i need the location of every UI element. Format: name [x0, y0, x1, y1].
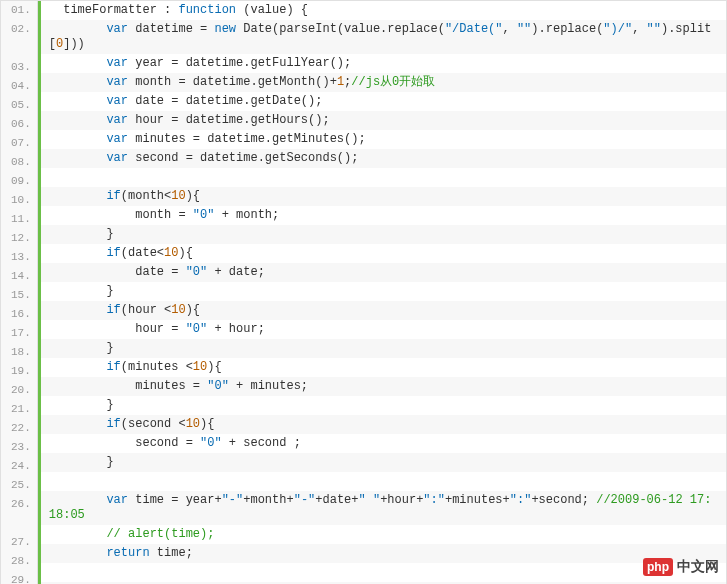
token-plain: hour = datetime.getHours(); — [128, 113, 330, 127]
line-number: 22. — [1, 419, 37, 438]
line-number: 08. — [1, 153, 37, 172]
line-number: 06. — [1, 115, 37, 134]
token-kw: if — [106, 246, 120, 260]
token-plain: } — [49, 284, 114, 298]
token-plain: (minutes < — [121, 360, 193, 374]
line-number: 19. — [1, 362, 37, 381]
code-line: var minutes = datetime.getMinutes(); — [41, 130, 726, 149]
token-kw: new — [214, 22, 236, 36]
token-num: 1 — [337, 75, 344, 89]
token-plain: second = datetime.getSeconds(); — [128, 151, 358, 165]
token-plain — [49, 56, 107, 70]
line-number-gutter: 01.02.03.04.05.06.07.08.09.10.11.12.13.1… — [1, 1, 38, 584]
token-plain — [49, 246, 107, 260]
line-number: 21. — [1, 400, 37, 419]
token-str: " " — [359, 493, 381, 507]
token-kw: if — [106, 360, 120, 374]
token-kw: return — [106, 546, 149, 560]
code-line: } — [41, 453, 726, 472]
line-number: 09. — [1, 172, 37, 191]
token-str: "0" — [186, 265, 208, 279]
token-kw: var — [106, 75, 128, 89]
line-number: 24. — [1, 457, 37, 476]
token-plain: month = datetime.getMonth()+ — [128, 75, 337, 89]
token-plain: date = — [49, 265, 186, 279]
code-line: if(month<10){ — [41, 187, 726, 206]
token-plain: datetime = — [128, 22, 214, 36]
code-line: var year = datetime.getFullYear(); — [41, 54, 726, 73]
code-line: timeFormatter : function (value) { — [41, 1, 726, 20]
token-plain: (month< — [121, 189, 171, 203]
code-line: var hour = datetime.getHours(); — [41, 111, 726, 130]
token-kw: if — [106, 417, 120, 431]
token-str: "0" — [200, 436, 222, 450]
token-kw: if — [106, 303, 120, 317]
token-plain — [49, 151, 107, 165]
token-kw: var — [106, 151, 128, 165]
token-plain: , — [632, 22, 646, 36]
token-plain — [49, 303, 107, 317]
line-number: 16. — [1, 305, 37, 324]
line-number: 25. — [1, 476, 37, 495]
code-line: } — [41, 396, 726, 415]
token-str: "" — [647, 22, 661, 36]
token-plain: + month; — [214, 208, 279, 222]
line-number: 18. — [1, 343, 37, 362]
code-line: month = "0" + month; — [41, 206, 726, 225]
token-plain: minutes = datetime.getMinutes(); — [128, 132, 366, 146]
line-number: 05. — [1, 96, 37, 115]
code-line — [41, 168, 726, 187]
token-plain: +date+ — [315, 493, 358, 507]
token-plain — [49, 75, 107, 89]
token-plain: minutes = — [49, 379, 207, 393]
token-plain — [49, 113, 107, 127]
code-area: timeFormatter : function (value) { var d… — [38, 1, 726, 584]
token-plain: (second < — [121, 417, 186, 431]
token-plain: + second ; — [222, 436, 301, 450]
token-plain — [49, 189, 107, 203]
token-plain: (date< — [121, 246, 164, 260]
token-plain: ){ — [178, 246, 192, 260]
token-plain: month = — [49, 208, 193, 222]
code-line: second = "0" + second ; — [41, 434, 726, 453]
code-line: var date = datetime.getDate(); — [41, 92, 726, 111]
token-num: 10 — [171, 189, 185, 203]
token-plain: + date; — [207, 265, 265, 279]
code-line: if(second <10){ — [41, 415, 726, 434]
token-kw: var — [106, 493, 128, 507]
token-str: "-" — [294, 493, 316, 507]
line-number: 13. — [1, 248, 37, 267]
code-line: hour = "0" + hour; — [41, 320, 726, 339]
line-number: 02. — [1, 20, 37, 58]
token-plain: Date(parseInt(value.replace( — [236, 22, 445, 36]
token-plain: , — [503, 22, 517, 36]
code-line: date = "0" + date; — [41, 263, 726, 282]
token-kw: if — [106, 189, 120, 203]
token-kw: function — [178, 3, 236, 17]
code-line: } — [41, 339, 726, 358]
token-plain: +month+ — [243, 493, 293, 507]
token-plain: date = datetime.getDate(); — [128, 94, 322, 108]
token-plain: ){ — [200, 417, 214, 431]
token-plain: ){ — [207, 360, 221, 374]
token-num: 10 — [186, 417, 200, 431]
token-str: "0" — [207, 379, 229, 393]
token-plain — [49, 360, 107, 374]
token-plain: + minutes; — [229, 379, 308, 393]
code-block: 01.02.03.04.05.06.07.08.09.10.11.12.13.1… — [0, 0, 727, 584]
token-cmt: //js从0开始取 — [351, 75, 435, 89]
token-plain: : — [157, 3, 179, 17]
token-str: ":" — [423, 493, 445, 507]
token-plain: (value) { — [236, 3, 308, 17]
token-fn: timeFormatter — [63, 3, 157, 17]
token-str: "0" — [186, 322, 208, 336]
logo-badge: php — [643, 558, 673, 576]
token-cmt: // alert(time); — [106, 527, 214, 541]
code-line: if(minutes <10){ — [41, 358, 726, 377]
code-line: var time = year+"-"+month+"-"+date+" "+h… — [41, 491, 726, 525]
line-number: 20. — [1, 381, 37, 400]
token-plain: } — [49, 341, 114, 355]
token-kw: var — [106, 132, 128, 146]
token-kw: var — [106, 94, 128, 108]
token-str: ")/" — [603, 22, 632, 36]
